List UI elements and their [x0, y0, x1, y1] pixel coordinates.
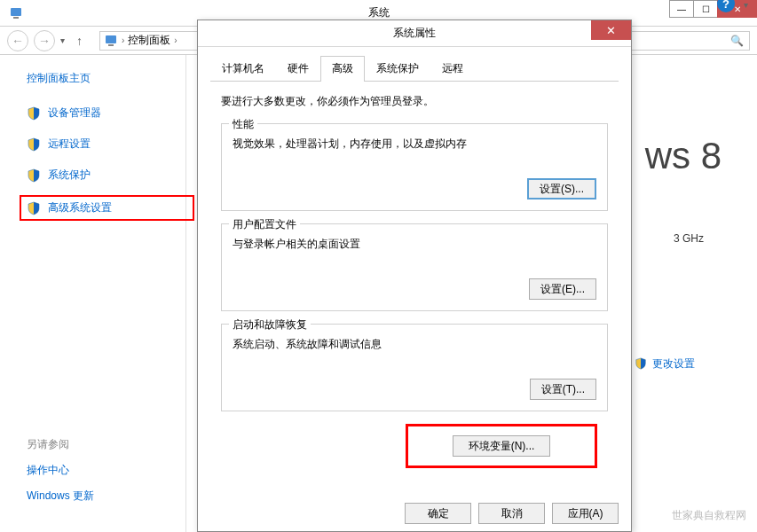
window-title: 系统 [368, 5, 390, 20]
help-dropdown-icon[interactable]: ▾ [744, 0, 748, 10]
env-var-highlight: 环境变量(N)... [406, 424, 597, 468]
sidebar-item-advanced[interactable]: 高级系统设置 [20, 195, 194, 221]
group-title: 用户配置文件 [229, 217, 300, 232]
sidebar-item-remote[interactable]: 远程设置 [27, 133, 159, 155]
group-desc: 与登录帐户相关的桌面设置 [233, 237, 596, 252]
group-title: 启动和故障恢复 [229, 317, 311, 332]
shield-icon [27, 201, 41, 215]
breadcrumb-sep: › [122, 35, 124, 45]
breadcrumb-sep: › [174, 35, 177, 45]
performance-settings-button[interactable]: 设置(S)... [527, 178, 596, 200]
startup-settings-button[interactable]: 设置(T)... [530, 379, 596, 400]
footer-link-windows-update[interactable]: Windows 更新 [27, 489, 94, 504]
tab-protection[interactable]: 系统保护 [365, 56, 430, 81]
system-properties-dialog: 系统属性 ✕ 计算机名 硬件 高级 系统保护 远程 要进行大多数更改，你必须作为… [197, 20, 632, 532]
group-desc: 系统启动、系统故障和调试信息 [233, 337, 596, 352]
sidebar-item-label: 系统保护 [48, 168, 91, 183]
minimize-button[interactable]: — [669, 0, 694, 18]
os-brand-label: ws 8 [645, 135, 722, 177]
sidebar-footer: 另请参阅 操作中心 Windows 更新 [27, 437, 94, 514]
dialog-body: 计算机名 硬件 高级 系统保护 远程 要进行大多数更改，你必须作为管理员登录。 … [198, 47, 631, 477]
group-title: 性能 [229, 117, 257, 132]
sidebar-item-device-manager[interactable]: 设备管理器 [27, 102, 159, 124]
sidebar-item-label: 高级系统设置 [48, 200, 112, 215]
shield-icon [27, 137, 41, 152]
sidebar: ? ▾ 控制面板主页 设备管理器 远程设置 系统保护 高级系统设置 另请参阅 操… [0, 55, 186, 532]
dialog-footer: 确定 取消 应用(A) [405, 503, 619, 524]
tab-computer-name[interactable]: 计算机名 [210, 56, 276, 81]
dialog-close-button[interactable]: ✕ [591, 20, 631, 40]
change-settings-label: 更改设置 [652, 356, 695, 372]
env-var-row: 环境变量(N)... [221, 424, 608, 468]
user-profile-group: 用户配置文件 与登录帐户相关的桌面设置 设置(E)... [221, 223, 608, 311]
computer-icon [104, 34, 118, 48]
sidebar-item-protection[interactable]: 系统保护 [27, 164, 159, 186]
nav-up-button[interactable]: ↑ [76, 34, 94, 48]
nav-back-button[interactable]: ← [7, 30, 28, 51]
tabs: 计算机名 硬件 高级 系统保护 远程 [210, 56, 619, 82]
breadcrumb-item[interactable]: 控制面板 [128, 33, 170, 48]
shield-icon [27, 106, 41, 121]
sidebar-item-label: 远程设置 [48, 137, 91, 152]
nav-history-dropdown[interactable]: ▾ [60, 35, 71, 45]
sidebar-title[interactable]: 控制面板主页 [27, 71, 159, 86]
cpu-ghz-label: 3 GHz [674, 232, 704, 245]
dialog-content: 要进行大多数更改，你必须作为管理员登录。 性能 视觉效果，处理器计划，内存使用，… [210, 94, 619, 468]
dialog-title: 系统属性 [393, 26, 436, 41]
startup-recovery-group: 启动和故障恢复 系统启动、系统故障和调试信息 设置(T)... [221, 324, 608, 411]
cancel-button[interactable]: 取消 [478, 503, 545, 524]
search-icon: 🔍 [730, 35, 744, 47]
app-icon [9, 6, 23, 20]
maximize-button[interactable]: ☐ [693, 0, 718, 18]
tab-hardware[interactable]: 硬件 [276, 56, 320, 81]
footer-link-action-center[interactable]: 操作中心 [27, 463, 94, 478]
nav-forward-button[interactable]: → [34, 30, 55, 51]
dialog-titlebar: 系统属性 ✕ [198, 20, 631, 47]
footer-title: 另请参阅 [27, 437, 94, 452]
sidebar-item-label: 设备管理器 [48, 106, 101, 121]
admin-note: 要进行大多数更改，你必须作为管理员登录。 [221, 94, 608, 109]
profile-settings-button[interactable]: 设置(E)... [529, 278, 596, 300]
shield-icon [635, 357, 649, 372]
tab-advanced[interactable]: 高级 [320, 56, 365, 81]
svg-rect-3 [108, 44, 114, 46]
group-desc: 视觉效果，处理器计划，内存使用，以及虚拟内存 [233, 137, 596, 152]
performance-group: 性能 视觉效果，处理器计划，内存使用，以及虚拟内存 设置(S)... [221, 123, 608, 211]
ok-button[interactable]: 确定 [405, 503, 471, 524]
environment-variables-button[interactable]: 环境变量(N)... [453, 435, 550, 457]
svg-rect-0 [11, 8, 21, 16]
shield-icon [27, 168, 41, 183]
apply-button[interactable]: 应用(A) [552, 503, 619, 524]
change-settings-link[interactable]: 更改设置 [635, 356, 695, 372]
svg-rect-1 [13, 17, 19, 19]
svg-rect-2 [106, 35, 116, 43]
tab-remote[interactable]: 远程 [430, 56, 475, 81]
